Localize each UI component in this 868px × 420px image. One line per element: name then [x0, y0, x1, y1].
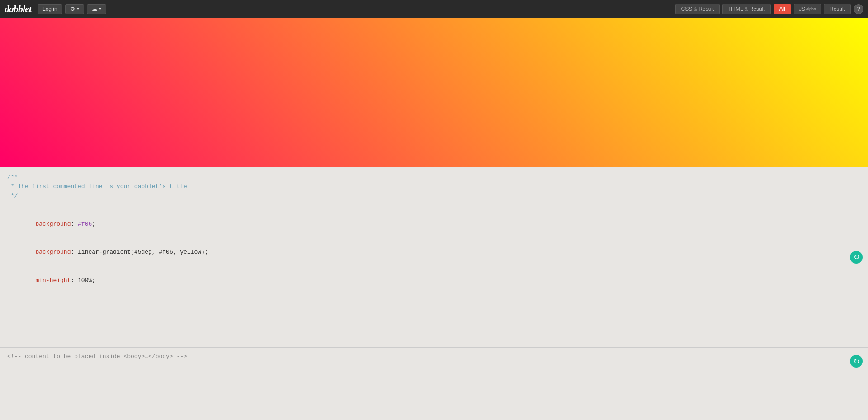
- css-prop2-name: background: [35, 249, 71, 255]
- refresh-icon: ↻: [854, 253, 859, 261]
- css-prop1-name: background: [35, 221, 71, 227]
- css-refresh-button[interactable]: ↻: [850, 251, 863, 264]
- css-prop2: background: linear-gradient(45deg, #f06,…: [7, 239, 861, 267]
- settings-button[interactable]: ⚙ ▾: [65, 4, 84, 14]
- login-button[interactable]: Log in: [38, 4, 62, 14]
- css-prop3: min-height: 100%;: [7, 267, 861, 295]
- css-editor[interactable]: /** * The first commented line is your d…: [0, 167, 868, 348]
- css-comment-1: /**: [7, 173, 861, 182]
- view-result[interactable]: Result: [824, 4, 851, 14]
- view-all[interactable]: All: [774, 4, 791, 14]
- css-prop1-value: #f06: [78, 221, 92, 227]
- css-prop3-name: min-height: [35, 277, 71, 284]
- preview-pane: [0, 18, 868, 167]
- view-js[interactable]: JSalpha: [794, 4, 821, 14]
- cloud-arrow: ▾: [99, 6, 101, 11]
- cloud-icon: ☁: [92, 6, 97, 12]
- css-prop2-value: linear-gradient(45deg, #f06, yellow): [78, 249, 205, 255]
- main-content: /** * The first commented line is your d…: [0, 18, 868, 420]
- help-button[interactable]: ?: [854, 4, 863, 14]
- css-comment-2: * The first commented line is your dabbl…: [7, 182, 861, 192]
- cloud-button[interactable]: ☁ ▾: [87, 4, 106, 14]
- view-css-result[interactable]: CSS & Result: [675, 4, 720, 14]
- css-comment-3: */: [7, 192, 861, 201]
- html-comment: <!-- content to be placed inside <body>……: [7, 353, 861, 360]
- settings-arrow: ▾: [77, 6, 79, 11]
- css-prop3-value: 100%: [78, 277, 92, 284]
- view-html-result[interactable]: HTML & Result: [722, 4, 770, 14]
- html-refresh-button[interactable]: ↻: [850, 355, 863, 368]
- editors-area: /** * The first commented line is your d…: [0, 167, 868, 420]
- css-prop1: background: #f06;: [7, 210, 861, 238]
- html-editor[interactable]: <!-- content to be placed inside <body>……: [0, 348, 868, 420]
- css-blank-1: [7, 201, 861, 210]
- refresh-icon-html: ↻: [854, 357, 859, 366]
- navbar: dabblet Log in ⚙ ▾ ☁ ▾ CSS & Result HTML…: [0, 0, 868, 18]
- gear-icon: ⚙: [70, 6, 75, 12]
- js-alpha-label: alpha: [806, 7, 816, 11]
- logo: dabblet: [5, 3, 31, 15]
